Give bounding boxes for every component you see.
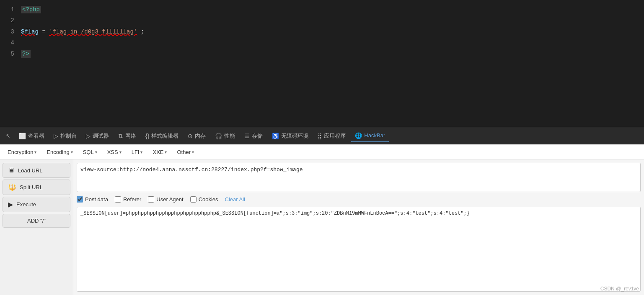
cookies-checkbox-label[interactable]: Cookies [190,196,218,203]
php-operator: = [42,28,49,35]
console-label: 控制台 [60,132,77,140]
execute-icon: ▶ [8,200,13,208]
hackbar-icon: 🌐 [355,132,362,139]
tab-hackbar[interactable]: 🌐 HackBar [351,130,389,142]
load-url-icon: 🖥 [8,167,15,174]
code-line-4: 4 [0,37,644,48]
post-data-input[interactable] [77,207,641,292]
memory-label: 内存 [195,132,206,140]
tab-style-editor[interactable]: {} 样式编辑器 [141,130,183,142]
referer-label: Referer [123,196,141,203]
sql-label: SQL [83,149,94,155]
lfi-label: LFI [132,149,140,155]
load-url-label: Load URL [18,167,43,174]
php-semicolon: ; [141,28,144,35]
sql-arrow-icon: ▾ [95,150,97,154]
line-number-5: 5 [4,49,14,59]
url-input[interactable] [77,163,641,192]
split-url-button[interactable]: 🔱 Split URL [3,180,70,195]
console-icon: ▷ [54,133,58,139]
menu-lfi[interactable]: LFI ▾ [127,147,147,157]
hackbar-main: Post data Referer User Agent Cookies C [73,159,644,295]
xxe-label: XXE [153,149,163,155]
menu-encryption[interactable]: Encryption ▾ [3,147,41,157]
post-data-label: Post data [85,196,108,203]
post-data-checkbox-label[interactable]: Post data [77,196,108,203]
line-number-2: 2 [4,16,14,25]
cookies-label: Cookies [199,196,218,203]
tab-accessibility[interactable]: ♿ 无障碍环境 [268,130,313,142]
tab-inspector[interactable]: ⬜ 查看器 [15,130,49,142]
line-number-1: 1 [4,5,14,14]
user-agent-checkbox[interactable] [148,196,154,203]
code-line-3: 3 $flag = 'flag in /d0g3_fllllllag' ; [0,26,644,37]
encoding-label: Encoding [47,149,69,155]
code-line-5: 5 ?> [0,49,644,59]
application-label: 应用程序 [324,132,346,140]
tab-network[interactable]: ⇅ 网络 [114,130,140,142]
accessibility-label: 无障碍环境 [281,132,308,140]
line-content-5: ?> [21,49,31,59]
style-editor-label: 样式编辑器 [151,132,178,140]
code-line-1: 1 <?php [0,4,644,15]
inspector-label: 查看器 [28,132,44,140]
referer-checkbox-label[interactable]: Referer [115,196,141,203]
debugger-icon: ▷ [86,133,91,139]
add-slash-label: ADD "/" [27,218,46,224]
php-open-tag: <?php [21,6,41,13]
line-content-2 [21,16,24,25]
storage-label: 存储 [252,132,263,140]
user-agent-label: User Agent [156,196,183,203]
cookies-checkbox[interactable] [190,196,197,203]
lfi-arrow-icon: ▾ [140,150,142,154]
encoding-arrow-icon: ▾ [71,150,73,154]
encryption-arrow-icon: ▾ [34,150,36,154]
menu-xss[interactable]: XSS ▾ [103,147,126,157]
accessibility-icon: ♿ [272,133,279,139]
hackbar-panel: Encryption ▾ Encoding ▾ SQL ▾ XSS ▾ LFI … [0,144,644,295]
performance-icon: 🎧 [215,133,222,139]
hackbar-menu-bar: Encryption ▾ Encoding ▾ SQL ▾ XSS ▾ LFI … [0,145,644,159]
application-icon: ⣿ [318,133,322,139]
tab-application[interactable]: ⣿ 应用程序 [313,130,350,142]
split-url-label: Split URL [20,184,43,190]
xss-arrow-icon: ▾ [119,150,122,154]
tab-console[interactable]: ▷ 控制台 [49,130,81,142]
menu-encoding[interactable]: Encoding ▾ [42,147,77,157]
line-number-4: 4 [4,38,14,47]
clear-all-button[interactable]: Clear All [225,196,245,203]
line-number-3: 3 [4,27,14,36]
post-data-checkbox[interactable] [77,196,83,203]
code-line-2: 2 [0,15,644,26]
menu-xxe[interactable]: XXE ▾ [148,147,171,157]
php-variable: $flag [21,28,39,35]
tab-performance[interactable]: 🎧 性能 [211,130,239,142]
cursor-tool-button[interactable]: ↖ [3,130,14,141]
split-url-icon: 🔱 [8,183,16,191]
add-slash-button[interactable]: ADD "/" [3,214,70,228]
referer-checkbox[interactable] [115,196,121,203]
user-agent-checkbox-label[interactable]: User Agent [148,196,183,203]
network-label: 网络 [125,132,136,140]
xxe-arrow-icon: ▾ [165,150,167,154]
tab-memory[interactable]: ⊙ 内存 [184,130,210,142]
hackbar-content: 🖥 Load URL 🔱 Split URL ▶ Execute ADD "/" [0,159,644,295]
memory-icon: ⊙ [188,133,193,139]
execute-button[interactable]: ▶ Execute [3,197,70,212]
line-content-1: <?php [21,5,41,14]
menu-other[interactable]: Other ▾ [173,147,198,157]
other-arrow-icon: ▾ [192,150,194,154]
tab-debugger[interactable]: ▷ 调试器 [82,130,113,142]
encryption-label: Encryption [8,149,33,155]
load-url-button[interactable]: 🖥 Load URL [3,163,70,178]
line-content-3: $flag = 'flag in /d0g3_fllllllag' ; [21,27,144,36]
inspector-icon: ⬜ [19,133,26,139]
debugger-label: 调试器 [93,132,109,140]
xss-label: XSS [107,149,118,155]
storage-icon: ☰ [244,133,250,139]
hackbar-sidebar: 🖥 Load URL 🔱 Split URL ▶ Execute ADD "/" [0,159,73,295]
menu-sql[interactable]: SQL ▾ [79,147,101,157]
tab-storage[interactable]: ☰ 存储 [240,130,267,142]
other-label: Other [177,149,191,155]
devtools-toolbar: ↖ ⬜ 查看器 ▷ 控制台 ▷ 调试器 ⇅ 网络 {} 样式编辑器 ⊙ 内存 🎧… [0,127,644,144]
